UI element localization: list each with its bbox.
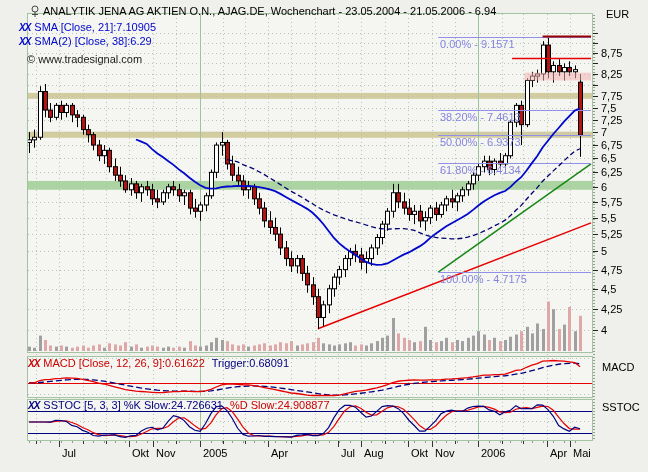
fibonacci-label: 100.00% - 4.7175 <box>440 273 527 285</box>
y-axis-price-label: 6,5 <box>601 152 616 164</box>
x-axis-month-label: Apr <box>271 447 288 459</box>
x-axis-month-label: Jul <box>62 447 76 459</box>
formula-icon: XX <box>19 36 30 47</box>
y-axis-price-label: 5,75 <box>601 196 622 208</box>
x-axis-year-label: 2006 <box>481 447 505 459</box>
y-axis-price-label: 5 <box>601 245 607 257</box>
legend-sstoc[interactable]: XXSSTOC [5, 3, 3] %K Slow:24.726631%D Sl… <box>28 399 330 411</box>
currency-axis-label: EUR <box>606 8 629 20</box>
formula-icon: XX <box>28 358 39 369</box>
y-axis-price-label: 5,5 <box>601 212 616 224</box>
y-axis-price-label: 7,75 <box>601 90 622 102</box>
sstoc-panel-label: SSTOC <box>602 401 640 413</box>
x-axis-month-label: Nov <box>156 447 176 459</box>
fibonacci-label: 38.20% - 7.4613 <box>440 111 521 123</box>
legend-macd-trigger-label: Trigger:0.68091 <box>212 357 289 369</box>
legend-sma21[interactable]: XXSMA [Close, 21]:7.10905 <box>19 21 156 33</box>
legend-sma21-label: SMA [Close, 21]:7.10905 <box>34 21 156 33</box>
y-axis-price-label: 4,5 <box>601 283 616 295</box>
copyright-label: © www.tradesignal.com <box>27 53 142 65</box>
chart-title-row: ANALYTIK JENA AG AKTIEN O.N., AJAG.DE, W… <box>30 5 496 17</box>
x-axis-month-label: Jul <box>341 447 355 459</box>
formula-icon: XX <box>28 400 39 411</box>
y-axis-price-label: 8,75 <box>601 47 622 59</box>
y-axis-price-label: 4,75 <box>601 264 622 276</box>
fibonacci-label: 61.80% - 6.4134 <box>440 164 521 176</box>
chart-title: ANALYTIK JENA AG AKTIEN O.N., AJAG.DE, W… <box>43 5 496 17</box>
legend-sstoc-k-label: SSTOC [5, 3, 3] %K Slow:24.726631 <box>43 399 223 411</box>
x-axis-year-label: 2005 <box>203 447 227 459</box>
legend-macd[interactable]: XXMACD [Close, 12, 26, 9]:0.61622Trigger… <box>28 357 289 369</box>
legend-sma38-label: SMA(2) [Close, 38]:6.29 <box>34 35 151 47</box>
x-axis-month-label: Okt <box>132 447 149 459</box>
x-axis-month-label: Aug <box>364 447 384 459</box>
y-axis-price-label: 5,25 <box>601 228 622 240</box>
chart-overlay: ANALYTIK JENA AG AKTIEN O.N., AJAG.DE, W… <box>0 0 648 472</box>
y-axis-price-label: 6,75 <box>601 139 622 151</box>
y-axis-price-label: 7,5 <box>601 102 616 114</box>
formula-icon: XX <box>19 22 30 33</box>
legend-macd-label: MACD [Close, 12, 26, 9]:0.61622 <box>43 357 204 369</box>
legend-sstoc-d-label: %D Slow:24.908877 <box>230 399 330 411</box>
copyright-note: © www.tradesignal.com <box>27 53 142 65</box>
y-axis-price-label: 7,25 <box>601 114 622 126</box>
x-axis-month-label: Okt <box>411 447 428 459</box>
y-axis-price-label: 4 <box>601 324 607 336</box>
y-axis-price-label: 7 <box>601 126 607 138</box>
pin-icon <box>30 5 40 17</box>
y-axis-price-label: 6 <box>601 181 607 193</box>
fibonacci-label: 50.00% - 6.9373 <box>440 136 521 148</box>
chart-window: ANALYTIK JENA AG AKTIEN O.N., AJAG.DE, W… <box>0 0 648 472</box>
y-axis-price-label: 4,25 <box>601 303 622 315</box>
x-axis-month-label: Apr <box>550 447 567 459</box>
x-axis-month-label: Nov <box>435 447 455 459</box>
y-axis-price-label: 6,25 <box>601 166 622 178</box>
macd-panel-label: MACD <box>602 361 634 373</box>
legend-sma38[interactable]: XXSMA(2) [Close, 38]:6.29 <box>19 35 152 47</box>
x-axis-month-label: Mai <box>573 447 591 459</box>
fibonacci-label: 0.00% - 9.1571 <box>440 38 515 50</box>
y-axis-price-label: 8,25 <box>601 68 622 80</box>
